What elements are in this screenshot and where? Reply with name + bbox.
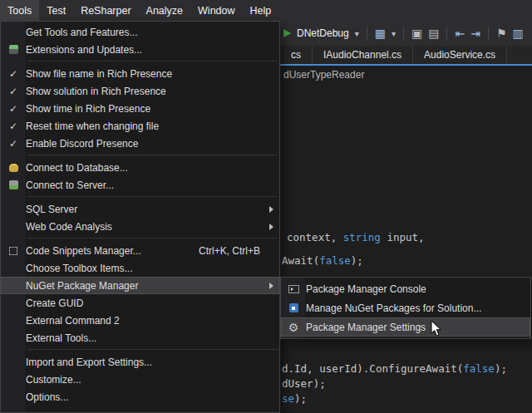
- chevron-down-icon[interactable]: ▾: [392, 29, 396, 38]
- layout-icon[interactable]: ▤: [428, 27, 439, 39]
- menu-separator: [27, 155, 278, 155]
- menu-item-label: Show solution in Rich Presence: [26, 86, 166, 97]
- menu-item-label: Options...: [26, 391, 68, 403]
- menu-item-label: Get Tools and Features...: [26, 27, 138, 38]
- menu-item-enable-discord-presence[interactable]: ✓ Enable Discord Presence: [1, 135, 279, 152]
- menu-item-label: Show time in Rich Presence: [26, 103, 150, 115]
- submenu-item-package-manager-console[interactable]: Package Manager Console: [281, 279, 530, 298]
- attach-icon[interactable]: ▦: [375, 27, 386, 39]
- server-icon: [9, 180, 18, 189]
- menu-item-code-snippets-manager[interactable]: Code Snippets Manager... Ctrl+K, Ctrl+B: [1, 242, 279, 259]
- code-line: context, string input,: [287, 231, 425, 243]
- code-line: se);: [282, 392, 307, 405]
- indent-increase-icon[interactable]: ⇥: [470, 27, 480, 39]
- menu-item-label: Connect to Server...: [26, 179, 114, 191]
- menu-item-label: Enable Discord Presence: [26, 138, 138, 150]
- toolbar-separator: [488, 27, 489, 41]
- menu-item-connect-to-server[interactable]: Connect to Server...: [1, 176, 279, 194]
- menu-item-label: Manage NuGet Packages for Solution...: [306, 302, 481, 314]
- submenu-arrow-icon: [269, 283, 273, 289]
- list-members-icon[interactable]: ▥: [513, 27, 524, 39]
- menu-separator: [27, 238, 278, 238]
- bookmark-icon[interactable]: ⚑: [496, 27, 507, 39]
- menu-item-shortcut: Ctrl+K, Ctrl+B: [199, 245, 260, 257]
- menu-item-sql-server[interactable]: SQL Server: [1, 200, 279, 218]
- tab-partial[interactable]: cs: [280, 46, 313, 64]
- extensions-icon: [9, 45, 18, 54]
- packages-icon: [289, 303, 298, 312]
- menu-item-choose-toolbox-items[interactable]: Choose Toolbox Items...: [1, 259, 279, 277]
- menu-item-label: Extensions and Updates...: [26, 44, 142, 56]
- menu-item-nuget-package-manager[interactable]: NuGet Package Manager: [1, 277, 279, 294]
- menubar-item-help[interactable]: Help: [243, 0, 279, 21]
- code-line: d.Id, userId).ConfigureAwait(false);: [282, 362, 507, 375]
- menubar-item-window[interactable]: Window: [190, 0, 242, 21]
- menu-item-label: NuGet Package Manager: [26, 280, 138, 292]
- menubar-item-analyze[interactable]: Analyze: [139, 0, 190, 21]
- menu-item-web-code-analysis[interactable]: Web Code Analysis: [1, 218, 279, 235]
- check-icon: ✓: [9, 86, 17, 96]
- menu-item-label: Package Manager Settings: [306, 322, 426, 333]
- menu-item-label: Code Snippets Manager...: [26, 245, 141, 257]
- navbar-type-label: dUserTypeReader: [283, 69, 364, 81]
- tab-label: AudioService.cs: [424, 49, 495, 61]
- menu-item-external-tools[interactable]: External Tools...: [1, 329, 279, 347]
- menu-bar: Tools Test ReSharper Analyze Window Help: [0, 0, 532, 21]
- menu-item-customize[interactable]: Customize...: [1, 371, 279, 388]
- gear-icon: ⚙: [288, 322, 299, 333]
- menu-item-label: SQL Server: [26, 204, 77, 215]
- toolbar-separator: [446, 27, 447, 41]
- console-icon: [288, 285, 299, 293]
- menu-item-label: Show file name in Rich Presence: [26, 68, 172, 80]
- submenu-item-package-manager-settings[interactable]: ⚙ Package Manager Settings: [281, 317, 530, 337]
- submenu-arrow-icon: [269, 206, 273, 213]
- menu-item-external-command-2[interactable]: External Command 2: [1, 312, 279, 329]
- menu-item-extensions-and-updates[interactable]: Extensions and Updates...: [1, 41, 279, 58]
- menu-item-options[interactable]: Options...: [1, 388, 279, 406]
- menu-item-reset-time[interactable]: ✓ Reset time when changing file: [1, 117, 279, 135]
- menu-item-show-time[interactable]: ✓ Show time in Rich Presence: [1, 100, 279, 117]
- check-icon: ✓: [9, 139, 17, 149]
- tools-menu: Get Tools and Features... Extensions and…: [0, 21, 280, 413]
- menu-item-import-export-settings[interactable]: Import and Export Settings...: [1, 353, 279, 371]
- check-icon: ✓: [9, 121, 17, 131]
- menu-item-label: Import and Export Settings...: [26, 356, 152, 368]
- menu-item-label: Web Code Analysis: [26, 221, 112, 233]
- tab-label: cs: [291, 49, 301, 61]
- nuget-package-manager-submenu: Package Manager Console Manage NuGet Pac…: [280, 277, 531, 339]
- chevron-down-icon[interactable]: ▾: [355, 29, 359, 38]
- menu-item-connect-to-database[interactable]: Connect to Database...: [1, 159, 279, 176]
- tab-iaudiochannel[interactable]: IAudioChannel.cs: [313, 46, 413, 64]
- menubar-item-resharper[interactable]: ReSharper: [73, 0, 138, 21]
- menu-item-get-tools-and-features[interactable]: Get Tools and Features...: [1, 23, 279, 41]
- menu-item-show-solution[interactable]: ✓ Show solution in Rich Presence: [1, 82, 279, 100]
- run-configuration-label[interactable]: DNetDebug: [297, 27, 349, 39]
- menu-separator: [27, 196, 278, 197]
- code-line: Await(false);: [282, 254, 363, 267]
- menubar-item-test[interactable]: Test: [39, 0, 73, 21]
- tab-label: IAudioChannel.cs: [323, 49, 401, 61]
- menubar-item-tools[interactable]: Tools: [0, 0, 39, 21]
- indent-decrease-icon[interactable]: ⇤: [455, 27, 465, 39]
- menu-item-show-file-name[interactable]: ✓ Show file name in Rich Presence: [1, 65, 279, 82]
- menu-item-label: Choose Toolbox Items...: [26, 263, 133, 274]
- code-line: dUser);: [282, 377, 326, 390]
- menu-item-label: External Command 2: [26, 315, 120, 327]
- check-icon: ✓: [9, 69, 17, 79]
- menu-item-label: Create GUID: [26, 297, 83, 309]
- mouse-cursor: [431, 320, 442, 337]
- menu-item-create-guid[interactable]: Create GUID: [1, 294, 279, 312]
- snippets-icon: [9, 247, 17, 255]
- tool-window-icon[interactable]: ▣: [411, 27, 422, 39]
- check-icon: ✓: [9, 104, 17, 114]
- toolbar-separator: [403, 27, 404, 41]
- submenu-item-manage-nuget-packages[interactable]: Manage NuGet Packages for Solution...: [281, 298, 530, 317]
- tab-audioservice[interactable]: AudioService.cs: [413, 46, 507, 64]
- start-debug-icon[interactable]: [283, 29, 291, 37]
- menu-item-label: Connect to Database...: [26, 162, 128, 174]
- menu-item-label: Customize...: [26, 374, 81, 386]
- menu-separator: [27, 349, 278, 350]
- toolbar-separator: [367, 27, 367, 41]
- submenu-arrow-icon: [269, 224, 273, 230]
- menu-item-label: Package Manager Console: [306, 283, 426, 295]
